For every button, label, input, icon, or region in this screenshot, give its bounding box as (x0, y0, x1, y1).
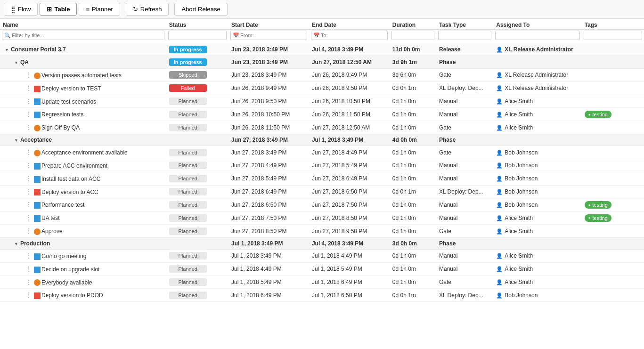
tag-badge[interactable]: testing (585, 214, 611, 222)
table-row: ⋮Everybody availablePlannedJul 1, 2018 5… (0, 276, 644, 289)
filter-end-input[interactable] (311, 31, 388, 40)
table-button[interactable]: ⊞ Table (40, 3, 77, 16)
row-tags-cell: testing (582, 198, 644, 211)
row-start-cell: Jun 27, 2018 5:49 PM (228, 172, 309, 185)
table-row: ProductionJul 1, 2018 3:49 PMJul 4, 2018… (0, 237, 644, 249)
row-menu-dots[interactable]: ⋮ (25, 252, 32, 260)
row-menu-dots[interactable]: ⋮ (25, 110, 32, 118)
table-body: Consumer Portal 3.7In progressJun 23, 20… (0, 43, 644, 302)
row-name-cell: ⋮Decide on upgrade slot (0, 262, 166, 276)
row-tags-cell (582, 225, 644, 238)
row-duration-cell: 3d 6h 0m (390, 69, 436, 82)
row-end-cell: Jul 1, 2018 3:49 PM (309, 134, 390, 146)
col-header-start: Start Date (228, 19, 309, 30)
row-duration-cell: 11d 0h 0m (390, 43, 436, 56)
row-menu-dots[interactable]: ⋮ (25, 162, 32, 169)
row-assigned-cell: 👤XL Release Administrator (493, 81, 581, 95)
row-start-cell: Jun 27, 2018 6:49 PM (228, 185, 309, 198)
row-menu-dots[interactable]: ⋮ (25, 278, 32, 286)
row-duration-cell: 0d 1h 0m (390, 172, 436, 185)
row-duration-cell: 0d 1h 0m (390, 108, 436, 121)
col-header-assigned: Assigned To (493, 19, 581, 30)
row-start-cell: Jun 26, 2018 9:50 PM (228, 95, 309, 108)
manual-icon (34, 267, 41, 273)
table-row: ⋮Decide on upgrade slotPlannedJul 1, 201… (0, 262, 644, 276)
row-start-cell: Jun 26, 2018 9:49 PM (228, 81, 309, 95)
status-badge: Skipped (169, 71, 207, 79)
row-menu-dots[interactable]: ⋮ (25, 97, 32, 105)
filter-status-input[interactable] (168, 31, 227, 40)
row-assigned-cell (493, 237, 581, 249)
person-icon: 👤 (496, 176, 503, 182)
row-menu-dots[interactable]: ⋮ (25, 201, 32, 208)
expand-toggle[interactable] (14, 137, 18, 143)
row-status-cell (166, 237, 228, 249)
abort-button[interactable]: Abort Release (174, 3, 227, 16)
row-duration-cell: 0d 1h 0m (390, 121, 436, 134)
table-row: ⋮Performance testPlannedJun 27, 2018 6:5… (0, 198, 644, 211)
row-start-cell: Jun 27, 2018 4:49 PM (228, 159, 309, 172)
row-menu-dots[interactable]: ⋮ (25, 265, 32, 273)
table-row: Consumer Portal 3.7In progressJun 23, 20… (0, 43, 644, 56)
row-status-cell: Planned (166, 198, 228, 211)
row-start-cell: Jun 27, 2018 6:50 PM (228, 198, 309, 211)
row-tasktype-cell: Phase (436, 237, 493, 249)
person-icon: 👤 (496, 228, 503, 235)
row-end-cell: Jun 27, 2018 12:50 AM (309, 56, 390, 69)
tag-badge[interactable]: testing (585, 111, 611, 118)
filter-tags-input[interactable] (584, 31, 642, 40)
row-menu-dots[interactable]: ⋮ (25, 84, 32, 92)
row-start-cell: Jul 1, 2018 4:49 PM (228, 262, 309, 276)
filter-name-cell: 🔍 (0, 30, 166, 43)
row-tags-cell (582, 146, 644, 159)
person-icon: 👤 (496, 72, 503, 78)
status-badge: Planned (169, 111, 207, 118)
row-start-cell: Jul 1, 2018 6:49 PM (228, 289, 309, 302)
tag-badge[interactable]: testing (585, 201, 611, 209)
table-row: ⋮Prepare ACC environmentPlannedJun 27, 2… (0, 159, 644, 172)
col-header-name: Name (0, 19, 166, 30)
filter-status-cell (166, 30, 228, 43)
row-status-cell: Planned (166, 172, 228, 185)
filter-start-input[interactable] (230, 31, 307, 40)
filter-duration-input[interactable] (391, 31, 434, 40)
row-assigned-cell: 👤XL Release Administrator (493, 43, 581, 56)
filter-tasktype-input[interactable] (438, 31, 491, 40)
row-menu-dots[interactable]: ⋮ (25, 71, 32, 79)
row-tags-cell (582, 134, 644, 146)
row-menu-dots[interactable]: ⋮ (25, 214, 32, 221)
gate-icon (34, 279, 41, 286)
row-tags-cell (582, 262, 644, 276)
row-menu-dots[interactable]: ⋮ (25, 227, 32, 235)
row-menu-dots[interactable]: ⋮ (25, 291, 32, 299)
row-menu-dots[interactable]: ⋮ (25, 188, 32, 195)
row-menu-dots[interactable]: ⋮ (25, 123, 32, 131)
table-row: ⋮Deploy version to TESTFailedJun 26, 201… (0, 81, 644, 95)
deploy-icon (34, 292, 41, 299)
row-tags-cell (582, 95, 644, 108)
planner-button[interactable]: ≡ Planner (79, 3, 120, 16)
person-icon: 👤 (496, 215, 503, 221)
row-status-cell (166, 134, 228, 146)
calendar-icon-end: 📅 (313, 32, 320, 39)
col-header-tags: Tags (582, 19, 644, 30)
row-name-cell: Acceptance (0, 134, 166, 146)
filter-row: 🔍 📅 📅 (0, 30, 644, 43)
manual-icon (34, 163, 41, 170)
expand-toggle[interactable] (14, 59, 18, 65)
row-name-cell: ⋮Approve (0, 225, 166, 238)
flow-button[interactable]: ⣿ Flow (4, 3, 38, 16)
row-menu-dots[interactable]: ⋮ (25, 175, 32, 182)
filter-assigned-input[interactable] (495, 31, 579, 40)
refresh-button[interactable]: ↻ Refresh (126, 3, 169, 16)
row-duration-cell: 0d 1h 0m (390, 249, 436, 262)
row-menu-dots[interactable]: ⋮ (25, 148, 32, 156)
filter-name-input[interactable] (2, 31, 164, 40)
expand-toggle[interactable] (14, 240, 18, 247)
expand-toggle[interactable] (5, 46, 9, 53)
row-start-cell: Jun 27, 2018 8:50 PM (228, 225, 309, 238)
row-assigned-cell: 👤XL Release Administrator (493, 69, 581, 82)
planner-label: Planner (92, 6, 113, 13)
person-icon: 👤 (496, 162, 503, 169)
row-status-cell: In progress (166, 56, 228, 69)
